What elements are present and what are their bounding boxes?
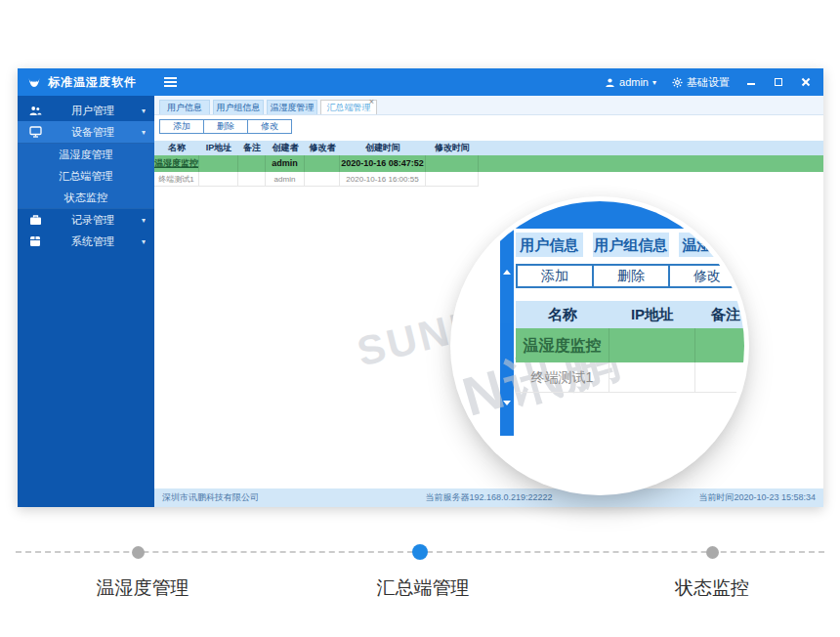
step-label-temp-humidity: 温湿度管理 bbox=[97, 575, 189, 601]
column-header[interactable]: 修改者 bbox=[305, 142, 340, 154]
timeline-dot-status bbox=[706, 546, 719, 559]
cell-name[interactable]: 终端测试1 bbox=[154, 172, 199, 187]
sidebar-subitem-status-monitoring[interactable]: 状态监控 bbox=[18, 187, 154, 208]
gear-icon bbox=[672, 77, 683, 88]
cell-remark bbox=[695, 362, 744, 393]
close-button[interactable] bbox=[800, 76, 812, 88]
basic-settings-button[interactable]: 基础设置 bbox=[672, 75, 730, 90]
sidebar-item-device-management[interactable]: 设备管理 ▾ bbox=[18, 121, 154, 143]
package-icon bbox=[29, 235, 44, 247]
user-menu[interactable]: admin ▾ bbox=[605, 76, 656, 88]
cell-ip bbox=[199, 155, 238, 172]
cell-ip bbox=[609, 362, 695, 393]
status-time: 当前时间2020-10-23 15:58:34 bbox=[623, 491, 816, 504]
tab-user-info[interactable]: 用户信息 bbox=[159, 100, 210, 114]
status-bar: 深圳市讯鹏科技有限公司 当前服务器192.168.0.219:22222 当前时… bbox=[154, 488, 823, 507]
magnified-content: 用户信息 用户组信息 温湿度管 添加 删除 修改 名称 IP地址 备注 创建者 … bbox=[516, 233, 744, 393]
app-logo-icon bbox=[27, 75, 41, 89]
tab-user-group-info[interactable]: 用户组信息 bbox=[213, 100, 264, 114]
cell-remark bbox=[238, 155, 266, 172]
add-button[interactable]: 添加 bbox=[159, 119, 204, 134]
titlebar: 标准温湿度软件 admin ▾ 基础设置 bbox=[18, 68, 823, 96]
cell-ip bbox=[609, 328, 695, 362]
sidebar: 用户管理 ▾ 设备管理 ▾ 温湿度管理 汇总端管理 状态监控 记录管理 bbox=[18, 96, 154, 507]
sidebar-submenu: 温湿度管理 汇总端管理 状态监控 bbox=[18, 143, 154, 209]
step-label-status: 状态监控 bbox=[675, 575, 749, 601]
cell-modified-time bbox=[426, 155, 479, 172]
add-button[interactable]: 添加 bbox=[516, 264, 594, 288]
step-label-aggregator: 汇总端管理 bbox=[377, 575, 470, 601]
cell-created-time: 2020-10-16 08:47:52 bbox=[340, 155, 426, 172]
column-header[interactable]: 名称 bbox=[154, 142, 199, 154]
cell-name: 终端测试1 bbox=[516, 362, 609, 393]
tab-close-icon[interactable]: × bbox=[369, 98, 374, 106]
tab-user-group-info[interactable]: 用户组信息 bbox=[593, 233, 669, 257]
column-header[interactable]: 创建时间 bbox=[340, 142, 426, 154]
sidebar-item-label: 用户管理 bbox=[44, 104, 142, 118]
data-table: 名称 IP地址 备注 创建者 修改者 创建时间 修改时间 温湿度监控 admin bbox=[154, 141, 823, 187]
monitor-icon bbox=[29, 126, 44, 138]
chevron-down-icon: ▾ bbox=[652, 78, 656, 87]
magnified-toolbar: 添加 删除 修改 bbox=[516, 264, 744, 288]
cell-modifier bbox=[305, 155, 340, 172]
cell-name[interactable]: 温湿度监控 bbox=[154, 155, 199, 172]
chevron-down-icon: ▾ bbox=[142, 237, 146, 246]
hamburger-menu-icon[interactable] bbox=[164, 77, 177, 87]
table-row-selected[interactable]: 温湿度监控 admin bbox=[516, 328, 744, 362]
magnified-table: 名称 IP地址 备注 创建者 温湿度监控 admin 终端测试1 admin bbox=[516, 301, 744, 393]
minimize-button[interactable] bbox=[745, 76, 757, 88]
basic-settings-label: 基础设置 bbox=[687, 75, 730, 90]
app-title: 标准温湿度软件 bbox=[48, 74, 137, 91]
table-row[interactable]: 终端测试1 admin 2020-10-16 16:00:55 bbox=[154, 172, 823, 187]
column-header[interactable]: IP地址 bbox=[199, 142, 238, 154]
cell-creator: admin bbox=[266, 172, 305, 187]
chevron-down-icon: ▾ bbox=[142, 128, 146, 137]
cell-modifier bbox=[305, 172, 340, 187]
tab-user-info[interactable]: 用户信息 bbox=[516, 233, 583, 257]
table-header-row: 名称 IP地址 备注 创建者 bbox=[516, 301, 744, 328]
delete-button[interactable]: 删除 bbox=[203, 119, 248, 134]
titlebar-actions: admin ▾ 基础设置 bbox=[605, 75, 823, 90]
column-header: IP地址 bbox=[609, 306, 695, 324]
cell-creator: admin bbox=[266, 155, 305, 172]
sidebar-item-user-management[interactable]: 用户管理 ▾ bbox=[18, 100, 154, 121]
maximize-button[interactable] bbox=[773, 76, 784, 88]
cell-name: 温湿度监控 bbox=[516, 328, 609, 362]
scroll-up-icon bbox=[503, 270, 511, 275]
table-row-selected[interactable]: 温湿度监控 admin 2020-10-16 08:47:52 bbox=[154, 155, 823, 172]
sidebar-item-system-management[interactable]: 系统管理 ▾ bbox=[18, 231, 154, 252]
column-header[interactable]: 备注 bbox=[238, 142, 266, 154]
sidebar-item-record-management[interactable]: 记录管理 ▾ bbox=[18, 209, 154, 231]
cell-ip bbox=[199, 172, 238, 187]
cell-remark bbox=[695, 328, 744, 362]
user-name: admin bbox=[619, 76, 649, 88]
tab-aggregator-management[interactable]: 汇总端管理 × bbox=[320, 100, 377, 114]
modify-button[interactable]: 修改 bbox=[247, 119, 292, 134]
status-server: 当前服务器192.168.0.219:22222 bbox=[355, 491, 623, 504]
cell-modified-time bbox=[426, 172, 479, 187]
titlebar-brand: 标准温湿度软件 bbox=[18, 74, 154, 91]
column-header[interactable]: 修改时间 bbox=[426, 142, 479, 154]
sidebar-subitem-temp-humidity-management[interactable]: 温湿度管理 bbox=[18, 144, 154, 165]
chevron-down-icon: ▾ bbox=[142, 106, 146, 115]
column-header[interactable]: 创建者 bbox=[266, 142, 305, 154]
tab-temp-humidity-management[interactable]: 温湿度管理 bbox=[267, 100, 317, 114]
users-icon bbox=[29, 106, 44, 116]
sidebar-item-label: 记录管理 bbox=[44, 213, 142, 228]
sidebar-subitem-aggregator-management[interactable]: 汇总端管理 bbox=[18, 165, 154, 187]
delete-button[interactable]: 删除 bbox=[592, 264, 670, 288]
table-row[interactable]: 终端测试1 admin bbox=[516, 362, 744, 393]
column-header: 名称 bbox=[516, 306, 609, 324]
timeline-dot-temp-humidity bbox=[132, 546, 145, 559]
cell-created-time: 2020-10-16 16:00:55 bbox=[340, 172, 426, 187]
magnifier-callout: PN讯鹏 用户信息 用户组信息 温湿度管 添加 删除 修改 名称 IP地址 备注… bbox=[455, 201, 744, 490]
briefcase-icon bbox=[29, 214, 44, 226]
magnified-sidebar-edge bbox=[500, 223, 514, 436]
scroll-down-icon bbox=[503, 401, 511, 405]
sidebar-item-label: 系统管理 bbox=[44, 234, 142, 249]
user-icon bbox=[605, 77, 615, 88]
cell-remark bbox=[238, 172, 266, 187]
tab-bar: 用户信息 用户组信息 温湿度管理 汇总端管理 × bbox=[154, 96, 823, 115]
toolbar: 添加 删除 修改 bbox=[159, 119, 823, 134]
column-header: 备注 bbox=[695, 306, 744, 324]
